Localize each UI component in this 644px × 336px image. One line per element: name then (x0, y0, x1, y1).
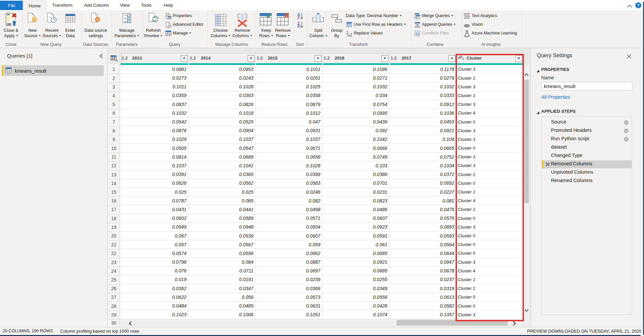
svg-text:A: A (297, 24, 300, 28)
svg-text:1: 1 (346, 30, 349, 35)
svg-text:2: 2 (350, 33, 352, 36)
svg-text:Z: Z (297, 15, 300, 19)
